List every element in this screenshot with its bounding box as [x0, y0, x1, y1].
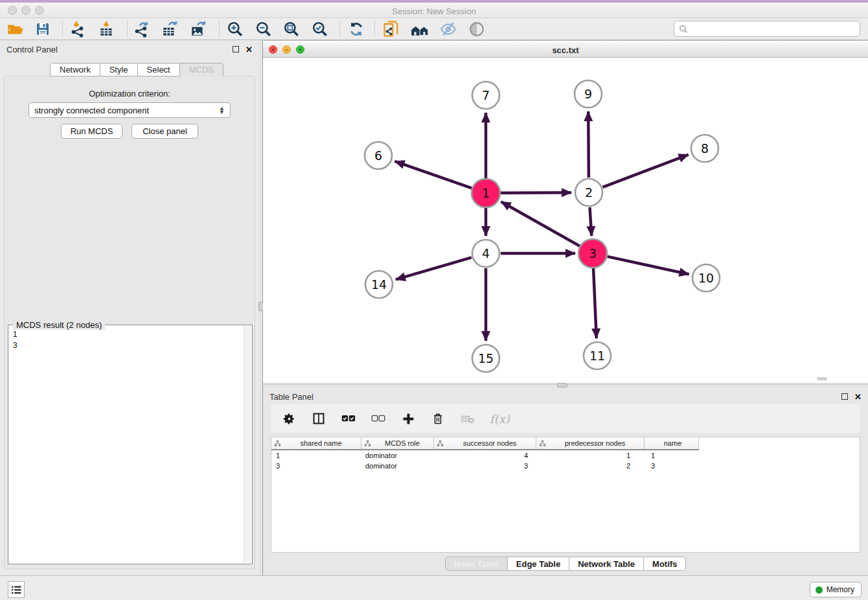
trash-icon: [432, 412, 444, 425]
column-header-shared-name[interactable]: shared name: [271, 437, 361, 449]
unchecked-boxes-icon: [371, 414, 385, 423]
canvas-resize-grip[interactable]: [817, 377, 827, 380]
zoom-fit-button[interactable]: [281, 19, 302, 39]
zoom-in-button[interactable]: [225, 19, 246, 39]
zoom-fit-icon: [283, 21, 300, 38]
column-header-name[interactable]: name: [645, 437, 699, 449]
save-session-button[interactable]: [32, 19, 53, 39]
export-network-icon: [133, 21, 150, 38]
mcds-result-box: [8, 325, 253, 564]
tab-motifs[interactable]: Motifs: [644, 557, 686, 571]
close-panel-icon[interactable]: ✕: [854, 392, 862, 402]
float-panel-icon[interactable]: [233, 46, 239, 52]
table-header-row: shared name MCDS role successor nodes pr…: [271, 437, 699, 450]
delete-column-button[interactable]: [430, 411, 446, 426]
search-icon: [679, 25, 688, 34]
toolbar-separator: [62, 21, 63, 37]
zoom-out-button[interactable]: [253, 19, 274, 39]
add-column-button[interactable]: [400, 411, 416, 426]
result-scrollbar[interactable]: [244, 326, 251, 563]
optimization-criterion-select[interactable]: strongly connected component ▲▼: [29, 102, 231, 118]
column-header-mcds-role[interactable]: MCDS role: [361, 437, 434, 449]
export-network-button[interactable]: [131, 19, 152, 39]
edge-4-14[interactable]: [396, 257, 472, 279]
zoom-selected-button[interactable]: [310, 19, 330, 39]
table-panel: Table Panel ✕ f(x) s: [263, 387, 868, 575]
edge-3-1[interactable]: [501, 202, 580, 246]
hide-selected-button[interactable]: [438, 19, 459, 39]
close-panel-button[interactable]: Close panel: [131, 124, 198, 139]
first-neighbors-button[interactable]: [409, 19, 430, 39]
zoom-in-icon: [227, 21, 244, 38]
column-header-predecessor-nodes[interactable]: predecessor nodes: [536, 437, 645, 449]
duplicate-network-icon: [382, 20, 400, 38]
apply-layout-button[interactable]: [346, 19, 367, 39]
function-builder-button[interactable]: f(x): [490, 412, 510, 426]
tab-node-table[interactable]: Node Table: [445, 557, 508, 571]
open-folder-icon: [7, 21, 24, 38]
checked-boxes-icon: [341, 414, 356, 423]
mcds-result-values: 1 3: [13, 329, 17, 351]
export-table-icon: [161, 21, 178, 38]
edge-3-11[interactable]: [593, 268, 597, 338]
duplicate-network-button[interactable]: [381, 19, 402, 39]
toolbar-separator: [219, 21, 220, 37]
tab-style[interactable]: Style: [100, 63, 138, 76]
control-panel-header: Control Panel ✕: [0, 40, 259, 58]
deselect-all-button[interactable]: [371, 411, 386, 426]
select-all-button[interactable]: [341, 411, 356, 426]
task-history-button[interactable]: [8, 581, 25, 598]
export-image-button[interactable]: [188, 19, 209, 39]
export-table-button[interactable]: [159, 19, 180, 39]
node-label-4: 4: [482, 246, 490, 260]
tab-edge-table[interactable]: Edge Table: [508, 557, 569, 571]
horizontal-splitter-grip[interactable]: [557, 383, 567, 387]
column-header-successor-nodes[interactable]: successor nodes: [434, 437, 536, 449]
save-icon: [35, 21, 51, 37]
delete-table-button[interactable]: [460, 411, 475, 426]
table-settings-button[interactable]: [281, 411, 297, 426]
eye-slash-icon: [439, 21, 457, 38]
tab-mcds[interactable]: MCDS: [180, 63, 223, 76]
optimization-criterion-label: Optimization criterion:: [0, 89, 259, 98]
edge-2-3[interactable]: [589, 207, 591, 236]
tab-network-table[interactable]: Network Table: [569, 557, 644, 571]
show-columns-button[interactable]: [311, 411, 326, 426]
import-table-button[interactable]: [96, 19, 117, 39]
float-panel-icon[interactable]: [841, 393, 848, 400]
node-label-7: 7: [482, 88, 490, 102]
tab-select[interactable]: Select: [138, 63, 180, 76]
edge-2-8[interactable]: [603, 155, 689, 187]
search-field[interactable]: [674, 21, 860, 37]
plus-icon: [402, 413, 415, 425]
toolbar-separator: [127, 21, 128, 37]
network-canvas-svg[interactable]: 7968124314101511: [263, 58, 868, 384]
table-delete-icon: [461, 414, 475, 424]
edge-1-2[interactable]: [501, 192, 571, 193]
open-session-button[interactable]: [5, 19, 26, 39]
edge-1-6[interactable]: [394, 161, 472, 189]
table-row[interactable]: 3 dominator 3 2 3: [271, 461, 699, 471]
memory-status-icon: [816, 586, 823, 594]
memory-label: Memory: [827, 585, 854, 594]
edge-3-10[interactable]: [607, 257, 689, 274]
node-label-3: 3: [589, 246, 597, 260]
toolbar-separator: [339, 21, 340, 37]
tab-network[interactable]: Network: [50, 63, 100, 76]
import-network-button[interactable]: [67, 19, 88, 39]
import-table-icon: [98, 21, 115, 38]
node-label-6: 6: [374, 148, 382, 163]
table-panel-title: Table Panel: [269, 392, 314, 402]
close-panel-icon[interactable]: ✕: [246, 45, 253, 54]
list-icon: [11, 585, 21, 594]
window-title: Session: New Session: [0, 6, 868, 16]
run-mcds-button[interactable]: Run MCDS: [61, 124, 122, 139]
main-toolbar: [0, 18, 868, 40]
edge-2-9[interactable]: [588, 111, 589, 178]
eye-icon: [468, 21, 485, 38]
show-all-button[interactable]: [466, 19, 487, 39]
table-row[interactable]: 1 dominator 4 1 1: [271, 450, 699, 461]
control-panel-title: Control Panel: [6, 45, 58, 54]
memory-button[interactable]: Memory: [810, 582, 862, 597]
node-label-15: 15: [478, 351, 494, 365]
